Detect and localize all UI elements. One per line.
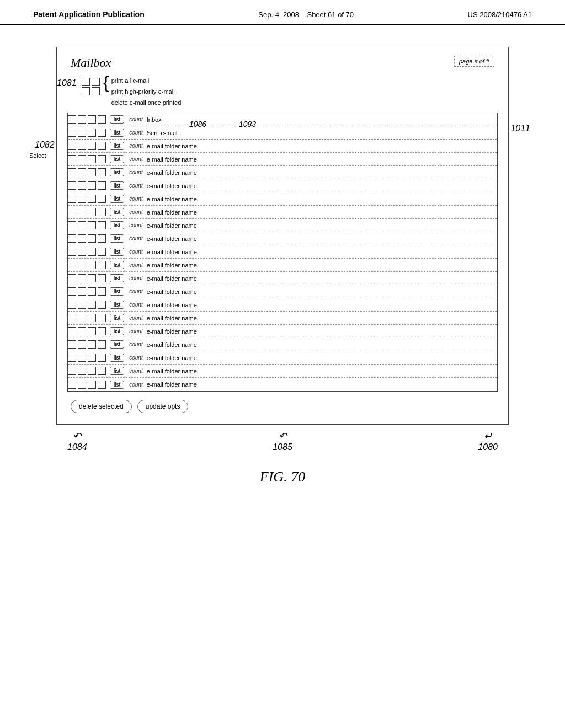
mailbox-title: Mailbox [71, 56, 111, 70]
folder-list-border: list count Inbox 1086 1083 [67, 113, 498, 392]
sent-check[interactable] [68, 129, 76, 137]
folder-row-15: listcounte-mail folder name [68, 325, 497, 338]
ref-1082-label: 1082 [35, 140, 55, 150]
delete-selected-button[interactable]: delete selected [71, 400, 132, 413]
sent-check-a[interactable] [78, 129, 86, 137]
opt-check-3[interactable] [82, 87, 90, 95]
folder-row-1: listcounte-mail folder name [68, 140, 497, 153]
sent-check-b[interactable] [88, 129, 96, 137]
annotations-row: ↶ 1084 ↶ 1085 ↵ 1080 [56, 425, 509, 452]
ann-1084: ↶ 1084 [67, 430, 87, 452]
check-c[interactable] [98, 115, 106, 124]
page-indicator: page # of # [454, 56, 494, 67]
inbox-check[interactable] [68, 115, 76, 124]
ref-1080-label: 1080 [478, 442, 498, 452]
options-labels-area: { print all e-mail print high-priority e… [103, 76, 181, 108]
folder-row-11: listcounte-mail folder name [68, 272, 497, 285]
check-a[interactable] [78, 115, 86, 124]
inbox-count: count [129, 116, 142, 122]
folder-row-13: listcounte-mail folder name [68, 298, 497, 312]
sent-list-btn[interactable]: list [110, 129, 124, 137]
folder-row-3: listcounte-mail folder name [68, 166, 497, 179]
check-b[interactable] [88, 115, 96, 124]
sent-check-c[interactable] [98, 129, 106, 137]
opt-check-1[interactable] [82, 78, 90, 86]
select-label: Select [29, 152, 46, 159]
folder-row-12: listcounte-mail folder name [68, 285, 497, 298]
bottom-buttons: delete selected update opts [65, 392, 500, 416]
folder-row-4: listcounte-mail folder name [68, 179, 497, 192]
inbox-list-btn[interactable]: list [110, 115, 124, 124]
folder-row-5: listcounte-mail folder name [68, 192, 497, 206]
figure-label: FIG. 70 [260, 469, 305, 485]
folder-row-16: listcounte-mail folder name [68, 338, 497, 351]
option-2: print high-priority e-mail [111, 87, 182, 98]
folder-row-6: listcounte-mail folder name [68, 206, 497, 219]
folder-row-18: listcounte-mail folder name [68, 365, 497, 378]
sent-name: Sent e-mail [147, 130, 178, 136]
folder-row-14: listcounte-mail folder name [68, 312, 497, 325]
folder-row-9: listcounte-mail folder name [68, 245, 497, 259]
pub-date: Sep. 4, 2008 [258, 10, 299, 19]
ref-1081-label: 1081 [57, 78, 77, 88]
list-wrapper: 1082 Select 1011 list [65, 113, 500, 392]
option-3: delete e-mail once printed [111, 98, 182, 109]
folder-row-2: listcounte-mail folder name [68, 153, 497, 166]
publication-label: Patent Application Publication [33, 10, 145, 19]
sent-count: count [129, 130, 142, 136]
bracket-symbol: { [103, 73, 109, 91]
diagram-container: Mailbox page # of # 1081 [56, 47, 509, 425]
options-list: print all e-mail print high-priority e-m… [111, 76, 182, 108]
bracket-visual [82, 78, 100, 95]
patent-header: Patent Application Publication Sep. 4, 2… [0, 0, 565, 25]
sheet-info: Sheet 61 of 70 [307, 10, 354, 19]
sent-three-checks [78, 129, 106, 137]
ref-1011-label: 1011 [510, 124, 530, 133]
option-1: print all e-mail [111, 76, 182, 87]
folder-row-10: listcounte-mail folder name [68, 259, 497, 272]
ref-1084-label: 1084 [67, 442, 87, 452]
header-center: Sep. 4, 2008 Sheet 61 of 70 [258, 10, 354, 19]
inbox-three-checks [78, 115, 106, 124]
folder-row-7: listcounte-mail folder name [68, 219, 497, 232]
patent-number: US 2008/210476 A1 [468, 10, 532, 19]
ref-1085-label: 1085 [273, 442, 292, 452]
update-opts-button[interactable]: update opts [137, 400, 189, 413]
sent-row: list count Sent e-mail [68, 126, 497, 140]
title-row: Mailbox page # of # [65, 56, 500, 70]
folder-row-17: listcounte-mail folder name [68, 351, 497, 365]
opt-check-2[interactable] [92, 78, 100, 86]
main-content: Mailbox page # of # 1081 [0, 25, 565, 496]
inbox-row: list count Inbox [68, 113, 497, 126]
inbox-name: Inbox [147, 116, 162, 123]
folder-row-19: listcounte-mail folder name [68, 378, 497, 391]
ann-1085: ↶ 1085 [273, 430, 292, 452]
opt-check-4[interactable] [92, 87, 100, 95]
ann-1080: ↵ 1080 [478, 430, 498, 452]
folder-row-8: listcounte-mail folder name [68, 232, 497, 245]
